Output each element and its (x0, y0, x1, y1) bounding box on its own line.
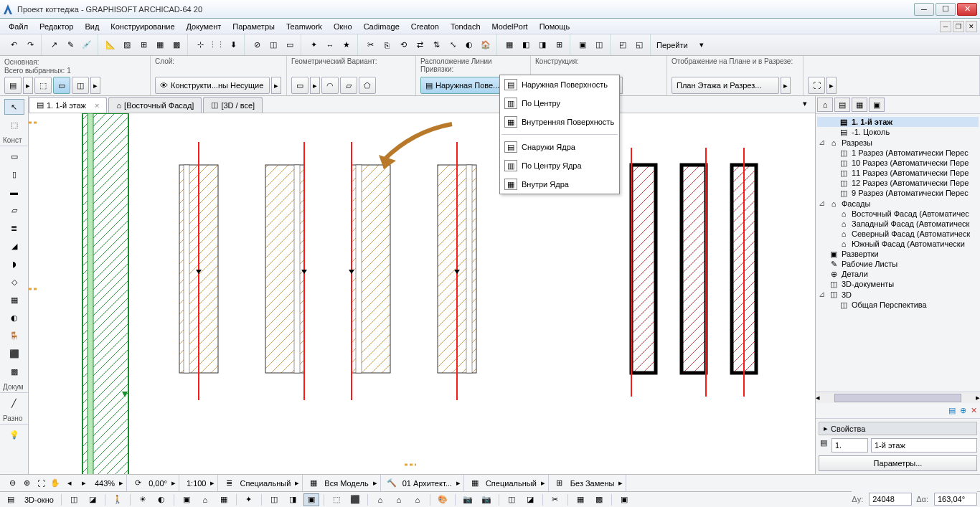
dd-inner-surface[interactable]: ▦Внутренняя Поверхность (500, 113, 619, 131)
layer-selector[interactable]: 👁 Конструкти...ны Несущие (155, 77, 270, 94)
pick-button[interactable]: ↗ (46, 37, 62, 53)
suspend-icon[interactable]: ⊘ (249, 37, 265, 53)
minimize-button[interactable]: ─ (914, 3, 934, 16)
delete-view-icon[interactable]: ✕ (971, 406, 977, 415)
marquee-tool[interactable]: ⬚ (4, 117, 24, 133)
zoom-fit-icon[interactable]: ⛶ (34, 477, 47, 490)
bb-marquee1[interactable]: ⬚ (329, 493, 344, 506)
refline-selector[interactable]: ▤ Наружная Пове... (420, 77, 507, 94)
tree-perspective[interactable]: ◫Общая Перспектива (817, 300, 979, 310)
lamp-tool[interactable]: 💡 (4, 427, 24, 442)
menu-construction[interactable]: Конструирование (105, 21, 180, 32)
object-tool[interactable]: 🪑 (4, 328, 24, 343)
edit2-icon[interactable]: ⎘ (379, 37, 395, 53)
skylight-tool[interactable]: ◇ (4, 274, 24, 290)
tree-details[interactable]: ⊕Детали (817, 269, 979, 279)
menu-window[interactable]: Окно (328, 21, 358, 32)
nav-tab-view[interactable]: ▤ (834, 98, 850, 112)
wall-type-icon[interactable]: ◫ (72, 77, 89, 94)
bb-cut1[interactable]: ⌂ (372, 493, 388, 506)
bb-grp2[interactable]: ⌂ (197, 493, 213, 506)
geom-straight-more[interactable]: ▸ (310, 77, 320, 94)
tree-sec1[interactable]: ◫1 Разрез (Автоматически Перес (817, 148, 979, 158)
grid-icon[interactable]: ⊹ (192, 37, 208, 53)
tree-floor-base[interactable]: ▤-1. Цоколь (817, 127, 979, 137)
orientation-icon[interactable]: ⟳ (131, 477, 144, 490)
mdi-close[interactable]: ✕ (966, 21, 977, 32)
redo-button[interactable]: ↷ (22, 37, 38, 53)
dd-center[interactable]: ▥По Центру (500, 94, 619, 113)
zoom-next-icon[interactable]: ▸ (77, 477, 90, 490)
tree-sec9[interactable]: ◫9 Разрез (Автоматически Перес (817, 188, 979, 198)
tree-3ddocs[interactable]: ◫3D-документы (817, 279, 979, 289)
edit1-icon[interactable]: ✂ (362, 37, 378, 53)
navigator-tree[interactable]: ▤1. 1-й этаж ▤-1. Цоколь ⊿⌂Разрезы ◫1 Ра… (816, 114, 980, 392)
menu-modelport[interactable]: ModelPort (486, 21, 534, 32)
bb-tool1[interactable]: ✂ (547, 493, 563, 506)
tree-sections[interactable]: ⊿⌂Разрезы (817, 137, 979, 148)
dd-core-inside[interactable]: ▦Внутри Ядра (500, 175, 619, 194)
edit7-icon[interactable]: ◐ (461, 37, 477, 53)
guideline-icon[interactable]: ▨ (119, 37, 135, 53)
zoom-out-icon[interactable]: ⊖ (6, 477, 19, 490)
dim-icon[interactable]: ↔ (322, 37, 338, 53)
shell-tool[interactable]: ◗ (4, 256, 24, 272)
tree-sec10[interactable]: ◫10 Разрез (Автоматически Пере (817, 158, 979, 168)
props-name-input[interactable] (871, 438, 977, 452)
zoom-in-icon[interactable]: ⊕ (20, 477, 33, 490)
bb-mesh-icon[interactable]: ✦ (241, 493, 257, 506)
menu-help[interactable]: Помощь (534, 21, 576, 32)
maximize-button[interactable]: ☐ (936, 3, 956, 16)
magic-icon[interactable]: ✦ (306, 37, 321, 53)
beam-tool[interactable]: ▬ (4, 184, 24, 200)
bb-tool2[interactable]: ▦ (573, 493, 588, 506)
show4-icon[interactable]: ⊞ (551, 37, 567, 53)
mdi-minimize[interactable]: ─ (940, 21, 951, 32)
snap3-icon[interactable]: ▩ (169, 37, 184, 53)
menu-document[interactable]: Документ (181, 21, 227, 32)
show2-icon[interactable]: ◧ (518, 37, 534, 53)
tree-el-south[interactable]: ⌂Южный Фасад (Автоматически (817, 239, 979, 249)
bb-walk-icon[interactable]: 🚶 (110, 493, 126, 506)
angle-value[interactable]: 0,00° (146, 479, 170, 488)
zoom-prev-icon[interactable]: ◂ (63, 477, 76, 490)
override-icon[interactable]: ⊞ (553, 477, 566, 490)
goto-label[interactable]: Перейти (652, 41, 692, 49)
bb-marquee2[interactable]: ⬛ (347, 493, 363, 506)
tab-close-icon[interactable]: × (95, 101, 99, 110)
zoom-value[interactable]: 443% (92, 479, 118, 488)
mesh-tool[interactable]: ▩ (4, 364, 24, 379)
menu-view[interactable]: Вид (79, 21, 105, 32)
tab-floor1[interactable]: ▤ 1. 1-й этаж × (29, 97, 107, 113)
bb-axo-icon[interactable]: ◪ (85, 493, 100, 506)
geom-trapezoid-icon[interactable]: ▱ (340, 77, 357, 94)
edit4-icon[interactable]: ⇄ (412, 37, 428, 53)
tree-3d[interactable]: ⊿◫3D (817, 289, 979, 300)
dd-core-outside[interactable]: ▤Снаружи Ядра (500, 138, 619, 156)
geom-curved-icon[interactable]: ◠ (321, 77, 339, 94)
layer-more[interactable]: ▸ (271, 77, 281, 94)
trace-icon[interactable]: ◫ (265, 37, 281, 53)
undo-button[interactable]: ↶ (6, 37, 22, 53)
nav2-icon[interactable]: ◱ (631, 37, 647, 53)
sb-special1[interactable]: Специальный (237, 479, 293, 488)
curtain-tool[interactable]: ▦ (4, 292, 24, 308)
bb-cam1[interactable]: 📷 (460, 493, 476, 506)
tree-interior[interactable]: ▣Развертки (817, 249, 979, 259)
trace2-icon[interactable]: ▭ (282, 37, 298, 53)
line-tool[interactable]: ╱ (4, 395, 24, 411)
tabs-nav-button[interactable]: ▾ (795, 95, 815, 111)
bb-cut3[interactable]: ⌂ (410, 493, 425, 506)
infobox-more1[interactable]: ▸ (90, 77, 100, 94)
bb-persp-icon[interactable]: ◫ (66, 493, 82, 506)
coord-dy-value[interactable]: 24048 (869, 493, 912, 506)
show3-icon[interactable]: ◨ (534, 37, 550, 53)
tree-elevations[interactable]: ⊿⌂Фасады (817, 198, 979, 209)
bb-sun-icon[interactable]: ☀ (135, 493, 151, 506)
infobox-end-icon[interactable]: ⛶ (808, 77, 825, 94)
mdi-restore[interactable]: ❐ (953, 21, 964, 32)
menu-creaton[interactable]: Creaton (405, 21, 445, 32)
goto-dropdown[interactable]: ▾ (694, 37, 710, 53)
edit6-icon[interactable]: ⤡ (445, 37, 461, 53)
sb-override[interactable]: Без Замены (567, 479, 618, 488)
